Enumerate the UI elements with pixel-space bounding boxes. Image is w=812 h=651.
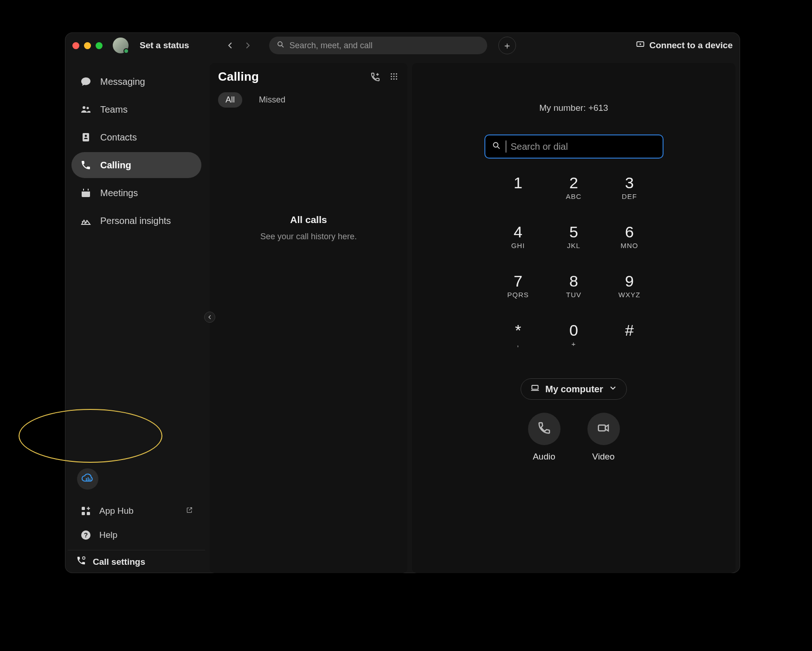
keypad-digit: *	[491, 322, 545, 339]
sidebar-item-label: App Hub	[99, 506, 134, 516]
presence-dot-icon	[123, 48, 129, 54]
svg-rect-6	[83, 133, 89, 141]
minimize-window-button[interactable]	[84, 42, 91, 49]
keypad-key-8[interactable]: 8TUV	[547, 273, 601, 321]
svg-rect-9	[82, 190, 90, 191]
cloud-app-button[interactable]	[77, 468, 98, 490]
phone-icon	[537, 421, 551, 437]
text-cursor	[506, 140, 506, 153]
keypad-key-3[interactable]: 3DEF	[603, 174, 657, 223]
sidebar-item-contacts[interactable]: Contacts	[71, 124, 201, 150]
sidebar: Messaging Teams Contacts Calling Meeting	[65, 63, 205, 573]
keypad-key-6[interactable]: 6MNO	[603, 223, 657, 272]
keypad-key-7[interactable]: 7PQRS	[491, 273, 545, 321]
dialpad-icon[interactable]	[389, 72, 399, 82]
connect-device-button[interactable]: Connect to a device	[636, 40, 733, 51]
global-search[interactable]: Search, meet, and call	[269, 37, 487, 54]
call-history-panel: Calling All Missed All calls	[210, 63, 407, 573]
search-icon	[492, 141, 501, 152]
nav-forward-button[interactable]	[241, 39, 254, 52]
my-number-label: My number: +613	[539, 103, 608, 113]
device-selector[interactable]: My computer	[521, 378, 626, 400]
sidebar-item-label: Teams	[100, 104, 128, 115]
sidebar-item-label: Messaging	[100, 77, 145, 87]
keypad-key-0[interactable]: 0+	[547, 322, 601, 370]
sidebar-item-meetings[interactable]: Meetings	[71, 180, 201, 206]
empty-state: All calls See your call history here.	[218, 214, 399, 242]
status-label[interactable]: Set a status	[140, 40, 189, 51]
keypad-key-4[interactable]: 4GHI	[491, 223, 545, 272]
call-settings-label: Call settings	[93, 557, 145, 567]
screen-share-icon	[636, 40, 645, 51]
new-action-button[interactable]: ＋	[498, 37, 516, 54]
keypad-key-2[interactable]: 2ABC	[547, 174, 601, 223]
plus-icon: ＋	[503, 39, 512, 52]
cloud-icon	[81, 473, 95, 485]
svg-point-33	[493, 142, 498, 147]
keypad-letters: +	[547, 340, 601, 348]
maximize-window-button[interactable]	[96, 42, 103, 49]
sidebar-item-teams[interactable]: Teams	[71, 96, 201, 122]
svg-point-24	[391, 73, 392, 75]
nav-back-button[interactable]	[224, 39, 237, 52]
help-icon: ?	[80, 529, 92, 541]
sidebar-item-personal-insights[interactable]: Personal insights	[71, 208, 201, 234]
svg-rect-35	[532, 385, 538, 389]
sidebar-item-help[interactable]: ? Help	[71, 523, 201, 547]
keypad-key-1[interactable]: 1	[491, 174, 545, 223]
keypad-digit: #	[603, 322, 657, 339]
insights-icon	[80, 215, 92, 227]
chevron-down-icon	[609, 384, 617, 395]
svg-point-5	[87, 107, 89, 109]
keypad-letters: TUV	[547, 291, 601, 299]
keypad-digit: 4	[491, 223, 545, 241]
audio-call-button[interactable]	[528, 413, 561, 445]
global-search-placeholder: Search, meet, and call	[290, 41, 373, 51]
call-settings-button[interactable]: Call settings	[68, 550, 205, 573]
connect-device-label: Connect to a device	[650, 40, 733, 51]
app-window: Set a status Search, meet, and call ＋	[65, 32, 740, 573]
keypad-digit: 6	[603, 223, 657, 241]
close-window-button[interactable]	[72, 42, 79, 49]
titlebar: Set a status Search, meet, and call ＋	[65, 32, 740, 58]
sidebar-item-messaging[interactable]: Messaging	[71, 69, 201, 95]
sidebar-item-label: Personal insights	[100, 216, 171, 226]
add-call-icon[interactable]	[370, 72, 380, 82]
svg-point-31	[393, 78, 395, 80]
video-call-label: Video	[587, 452, 620, 462]
svg-point-3	[639, 43, 641, 45]
keypad-key-9[interactable]: 9WXYZ	[603, 273, 657, 321]
keypad-letters: MNO	[603, 242, 657, 249]
collapse-sidebar-button[interactable]	[204, 312, 215, 323]
svg-point-14	[86, 220, 88, 222]
keypad-key-hash[interactable]: #	[603, 322, 657, 370]
keypad-digit: 3	[603, 174, 657, 191]
tab-missed[interactable]: Missed	[251, 92, 293, 108]
sidebar-item-calling[interactable]: Calling	[71, 152, 201, 178]
phone-icon	[80, 159, 92, 171]
tab-all[interactable]: All	[218, 92, 242, 108]
phone-gear-icon	[76, 555, 86, 568]
keypad-digit: 8	[547, 273, 601, 290]
people-icon	[80, 103, 92, 115]
video-call-button[interactable]	[587, 413, 620, 445]
keypad-key-star[interactable]: *,	[491, 322, 545, 370]
keypad-letters: JKL	[547, 242, 601, 249]
dial-input[interactable]: Search or dial	[484, 134, 664, 159]
svg-rect-19	[82, 512, 85, 515]
svg-text:?: ?	[84, 531, 88, 539]
laptop-icon	[530, 383, 540, 395]
svg-rect-20	[87, 512, 90, 515]
keypad-digit: 5	[547, 223, 601, 241]
keypad-digit: 0	[547, 322, 601, 339]
svg-point-25	[393, 73, 395, 75]
svg-rect-18	[82, 507, 85, 510]
svg-point-28	[393, 76, 395, 77]
svg-point-29	[396, 76, 397, 77]
video-icon	[597, 421, 611, 437]
sidebar-item-app-hub[interactable]: App Hub	[71, 499, 201, 523]
svg-point-13	[84, 223, 86, 224]
keypad-key-5[interactable]: 5JKL	[547, 223, 601, 272]
avatar[interactable]	[113, 38, 129, 53]
svg-line-34	[497, 147, 499, 149]
